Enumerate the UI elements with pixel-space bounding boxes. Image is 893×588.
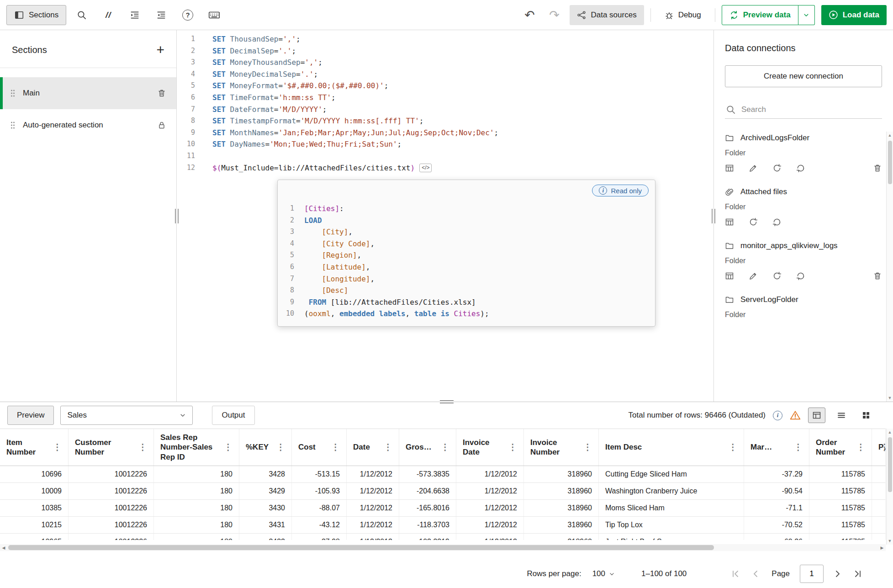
scroll-up-icon[interactable]: ▲ [887,429,893,436]
connections-scrollbar[interactable]: ▲ ▼ [886,132,893,402]
column-menu-icon[interactable]: ⋮ [441,442,449,453]
code-line[interactable]: 6 [Latitude], [281,261,649,273]
script-code[interactable]: 1SET ThousandSep=',';2SET DecimalSep='.'… [177,30,713,174]
edit-icon[interactable] [749,271,758,281]
section-item-main[interactable]: Main [0,77,176,109]
scroll-down-icon[interactable]: ▼ [887,537,893,545]
code-line[interactable]: 4 [City Code], [281,238,649,250]
connection-name[interactable]: ArchivedLogsFolder [740,132,809,144]
refresh-icon[interactable] [772,164,782,173]
data-sources-button[interactable]: Data sources [570,5,644,25]
column-header[interactable]: Cost⋮ [292,429,347,466]
code-line[interactable]: 5SET MoneyFormat='$#,##0.00;($#,##0.00)'… [177,80,713,92]
column-menu-icon[interactable]: ⋮ [224,442,232,453]
column-menu-icon[interactable]: ⋮ [880,442,886,453]
undo-button[interactable]: ↶ [520,5,539,25]
code-line[interactable]: 2SET DecimalSep='.'; [177,45,713,57]
right-panel-resize-handle[interactable] [712,209,715,223]
connection-name[interactable]: ServerLogFolder [740,293,798,306]
left-panel-resize-handle[interactable] [175,209,179,223]
sections-toggle-button[interactable]: Sections [6,5,66,25]
column-menu-icon[interactable]: ⋮ [276,442,285,453]
last-page-button[interactable] [850,566,866,582]
code-line[interactable]: 10(ooxml, embedded labels, table is Citi… [281,308,649,320]
connection-item[interactable]: ServerLogFolderFolder [725,293,882,319]
warning-icon[interactable] [790,410,801,421]
delete-icon[interactable] [873,271,882,281]
shortcuts-button[interactable] [203,5,225,25]
create-connection-button[interactable]: Create new connection [725,65,882,87]
horizontal-scrollbar[interactable]: ◀ ▶ [0,544,886,551]
previous-page-button[interactable] [748,566,763,582]
column-header[interactable]: Customer Number⋮ [69,429,154,466]
select-data-icon[interactable] [725,164,734,173]
scroll-right-icon[interactable]: ▶ [878,546,886,550]
code-line[interactable]: 3SET MoneyThousandSep=','; [177,57,713,69]
grid-view-button[interactable] [857,408,875,423]
add-section-button[interactable]: + [156,43,164,57]
output-tab-button[interactable]: Output [212,406,254,425]
column-menu-icon[interactable]: ⋮ [53,442,62,453]
column-menu-icon[interactable]: ⋮ [331,442,340,453]
delete-section-button[interactable] [157,89,166,98]
code-line[interactable]: 11 [177,150,713,162]
sync-icon[interactable] [772,217,782,227]
code-line[interactable]: 7SET DateFormat='M/D/YYYY'; [177,104,713,116]
code-line[interactable]: 1SET ThousandSep=','; [177,33,713,45]
comment-button[interactable]: // [97,5,119,25]
column-menu-icon[interactable]: ⋮ [583,442,592,453]
preview-data-caret-button[interactable] [798,5,815,25]
scrollbar-thumb[interactable] [888,437,892,492]
scroll-left-icon[interactable]: ◀ [0,546,7,550]
list-view-button[interactable] [833,408,850,423]
table-row[interactable]: 10696100122261803428-513.151/12/2012-573… [0,466,886,483]
edit-icon[interactable] [749,164,758,173]
column-header[interactable]: Invoice Number⋮ [524,429,599,466]
expand-include-chip[interactable]: </> [419,164,432,172]
table-row[interactable]: 10215100122261803431-43.121/12/2012-118.… [0,517,886,534]
column-header[interactable]: %KEY⋮ [239,429,292,466]
column-menu-icon[interactable]: ⋮ [729,442,737,453]
first-page-button[interactable] [728,566,743,582]
column-header[interactable]: Date⋮ [347,429,399,466]
column-header[interactable]: Item Desc⋮ [599,429,744,466]
table-row[interactable]: 10385100122261803430-88.071/12/2012-165.… [0,500,886,517]
column-menu-icon[interactable]: ⋮ [138,442,147,453]
info-icon[interactable]: i [773,411,782,420]
section-item-auto-generated[interactable]: Auto-generated section [0,109,176,141]
column-header[interactable]: Invoice Date⋮ [456,429,524,466]
column-header[interactable]: P…⋮ [872,429,886,466]
rows-per-page-select[interactable]: 100 [592,569,615,578]
code-line[interactable]: 8 [Desc] [281,285,649,297]
connection-item[interactable]: ArchivedLogsFolderFolder [725,132,882,173]
connection-item[interactable]: Attached filesFolder [725,185,882,227]
outdent-button[interactable] [150,5,172,25]
table-row[interactable]: 10009100122261803429-105.931/12/2012-204… [0,483,886,500]
scrollbar-thumb[interactable] [888,141,892,184]
code-line[interactable]: 6SET TimeFormat='h:mm:ss TT'; [177,92,713,104]
code-line[interactable]: 7 [Longitude], [281,273,649,285]
code-line[interactable]: 2LOAD [281,215,649,227]
connection-name[interactable]: Attached files [740,185,787,198]
code-line[interactable]: 12$(Must_Include=lib://AttachedFiles/cit… [177,162,713,174]
load-data-button[interactable]: Load data [821,5,887,25]
code-line[interactable]: 9SET MonthNames='Jan;Feb;Mar;Apr;May;Jun… [177,127,713,139]
table-row[interactable]: 10965100122261803432-37.981/12/2012-102.… [0,534,886,540]
code-line[interactable]: 10SET DayNames='Mon;Tue;Wed;Thu;Fri;Sat;… [177,138,713,150]
preview-scrollbar[interactable]: ▲ ▼ [886,429,893,545]
select-data-icon[interactable] [725,217,734,227]
delete-icon[interactable] [873,164,882,173]
connections-search[interactable] [725,101,882,119]
code-line[interactable]: 5 [Region], [281,249,649,261]
connections-search-input[interactable] [741,105,881,114]
script-editor[interactable]: 1SET ThousandSep=',';2SET DecimalSep='.'… [177,30,713,402]
column-header[interactable]: Gros…⋮ [399,429,456,466]
help-button[interactable]: ? [177,5,199,25]
code-line[interactable]: 8SET TimestampFormat='M/D/YYYY h:mm:ss[.… [177,115,713,127]
column-menu-icon[interactable]: ⋮ [856,442,865,453]
column-menu-icon[interactable]: ⋮ [794,442,803,453]
scroll-down-icon[interactable]: ▼ [887,394,893,402]
redo-button[interactable]: ↷ [545,5,563,25]
refresh-icon[interactable] [772,271,782,281]
connection-name[interactable]: monitor_apps_qlikview_logs [740,239,838,252]
